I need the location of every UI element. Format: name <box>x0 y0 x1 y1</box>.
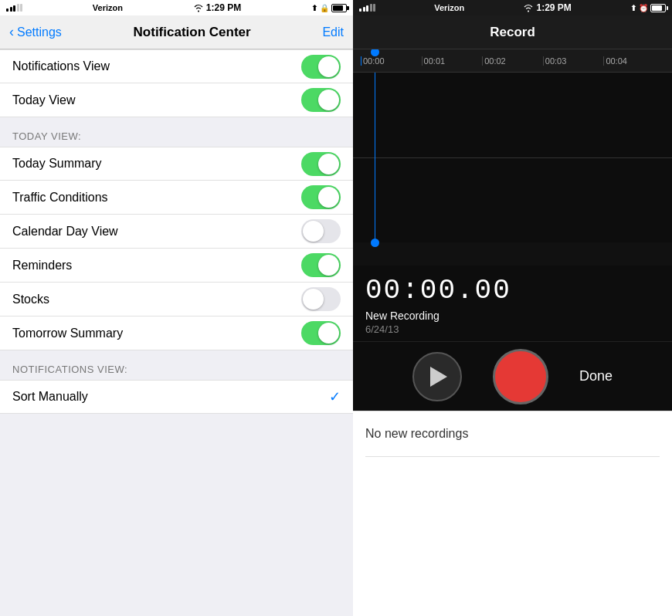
controls-area: Done <box>353 341 672 411</box>
toggle-knob <box>318 90 339 110</box>
toggle-knob <box>303 289 324 310</box>
reminders-label: Reminders <box>12 259 72 272</box>
edit-button[interactable]: Edit <box>322 25 344 39</box>
stocks-toggle[interactable] <box>301 287 341 311</box>
traffic-conditions-toggle[interactable] <box>301 185 341 209</box>
wifi-icon-left <box>193 4 204 12</box>
row-traffic-conditions[interactable]: Traffic Conditions <box>0 181 353 215</box>
wifi-icon-right <box>523 4 534 12</box>
left-status-bar: Verizon 1:29 PM ⬆ 🔒 <box>0 0 353 15</box>
no-recordings-divider <box>365 456 660 457</box>
calendar-day-view-label: Calendar Day View <box>12 225 118 239</box>
toggle-knob <box>318 154 339 174</box>
notifications-view-label: Notifications View <box>12 59 110 73</box>
ruler-mark-1: 00:01 <box>424 56 446 66</box>
left-panel: Verizon 1:29 PM ⬆ 🔒 ‹ Settings Notificat… <box>0 0 353 616</box>
waveform-area: 00:00 00:01 00:02 00:03 00:04 <box>353 49 672 266</box>
calendar-day-view-toggle[interactable] <box>301 219 341 243</box>
ruler-mark-4: 00:04 <box>606 56 627 66</box>
toggle-knob <box>303 221 324 242</box>
recording-date: 6/24/13 <box>365 323 660 335</box>
back-button[interactable]: ‹ Settings <box>9 24 62 40</box>
left-nav-bar: ‹ Settings Notification Center Edit <box>0 15 353 49</box>
tomorrow-summary-label: Tomorrow Summary <box>12 327 123 340</box>
today-view-label: Today View <box>12 93 76 107</box>
section-today-view: TODAY VIEW: <box>0 117 353 147</box>
today-summary-toggle[interactable] <box>301 152 341 176</box>
row-reminders[interactable]: Reminders <box>0 249 353 283</box>
reminders-toggle[interactable] <box>301 253 341 277</box>
recording-time: 00:00.00 <box>365 275 660 306</box>
section-today-label: TODAY VIEW: <box>12 130 81 142</box>
record-title: Record <box>490 25 535 40</box>
traffic-conditions-label: Traffic Conditions <box>12 191 108 205</box>
today-view-toggle[interactable] <box>301 88 341 112</box>
back-label: Settings <box>17 25 62 39</box>
recording-name: New Recording <box>365 310 660 322</box>
left-carrier: Verizon <box>93 3 123 12</box>
row-tomorrow-summary[interactable]: Tomorrow Summary <box>0 316 353 350</box>
ruler-mark-3: 00:03 <box>545 56 567 66</box>
play-button[interactable] <box>412 352 462 401</box>
recording-info: 00:00.00 New Recording 6/24/13 <box>353 266 672 341</box>
battery-icon-right <box>650 4 666 12</box>
toggle-knob <box>318 56 339 77</box>
checkmark-icon: ✓ <box>329 388 341 405</box>
row-sort-manually[interactable]: Sort Manually ✓ <box>0 380 353 414</box>
no-recordings-area: No new recordings <box>353 411 672 616</box>
section-notifications-view: NOTIFICATIONS VIEW: <box>0 350 353 380</box>
row-today-summary[interactable]: Today Summary <box>0 147 353 181</box>
record-nav: Record <box>353 15 672 49</box>
section-notifications-label: NOTIFICATIONS VIEW: <box>12 364 127 375</box>
battery-icon-left <box>331 4 347 12</box>
row-today-view[interactable]: Today View <box>0 83 353 117</box>
toggle-knob <box>318 323 339 344</box>
play-icon <box>430 367 447 387</box>
today-view-rows: Today Summary Traffic Conditions Calenda… <box>0 147 353 350</box>
waveform-playhead-line <box>375 73 375 242</box>
ruler-mark-2: 00:02 <box>484 56 506 66</box>
stocks-label: Stocks <box>12 293 49 306</box>
playhead-dot-bottom <box>371 239 379 247</box>
alarm-icon-right: ⏰ <box>639 4 648 12</box>
location-icon-left: ⬆ <box>311 4 317 12</box>
waveform-canvas <box>353 73 672 242</box>
chevron-left-icon: ‹ <box>9 24 14 40</box>
nav-title: Notification Center <box>134 25 251 40</box>
right-carrier: Verizon <box>434 3 464 12</box>
row-notifications-view[interactable]: Notifications View <box>0 49 353 83</box>
done-button[interactable]: Done <box>579 368 613 384</box>
sort-manually-label: Sort Manually <box>12 390 88 404</box>
row-calendar-day-view[interactable]: Calendar Day View <box>0 215 353 249</box>
no-recordings-text: No new recordings <box>365 427 468 440</box>
ruler-mark-0: 00:00 <box>363 56 385 66</box>
right-time: 1:29 PM <box>536 2 571 13</box>
left-time: 1:29 PM <box>206 2 241 13</box>
record-button[interactable] <box>493 349 548 404</box>
toggle-knob <box>318 187 339 208</box>
notifications-view-toggle[interactable] <box>301 55 341 79</box>
right-panel: Verizon 1:29 PM ⬆ ⏰ Record 00: <box>353 0 672 616</box>
location-icon-right: ⬆ <box>630 4 636 12</box>
signal-dots-left <box>6 4 22 12</box>
tomorrow-summary-toggle[interactable] <box>301 321 341 345</box>
notifications-view-rows: Sort Manually ✓ <box>0 380 353 414</box>
today-summary-label: Today Summary <box>12 157 102 171</box>
timeline-ruler: 00:00 00:01 00:02 00:03 00:04 <box>353 49 672 73</box>
settings-list: Notifications View Today View TODAY VIEW… <box>0 49 353 616</box>
right-status-bar: Verizon 1:29 PM ⬆ ⏰ <box>353 0 672 15</box>
lock-icon-left: 🔒 <box>320 4 329 12</box>
toggle-knob <box>318 255 339 276</box>
row-stocks[interactable]: Stocks <box>0 283 353 316</box>
